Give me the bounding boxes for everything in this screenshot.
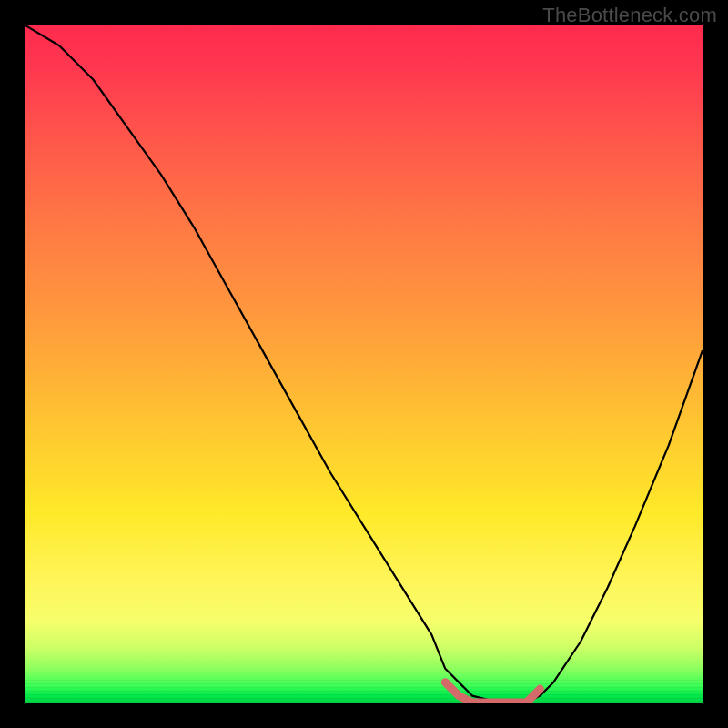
chart-frame: [25, 25, 703, 703]
chart-svg: [25, 25, 703, 703]
optimal-range-marker: [445, 682, 540, 703]
watermark-text: TheBottleneck.com: [542, 4, 717, 27]
bottleneck-curve: [25, 25, 703, 703]
